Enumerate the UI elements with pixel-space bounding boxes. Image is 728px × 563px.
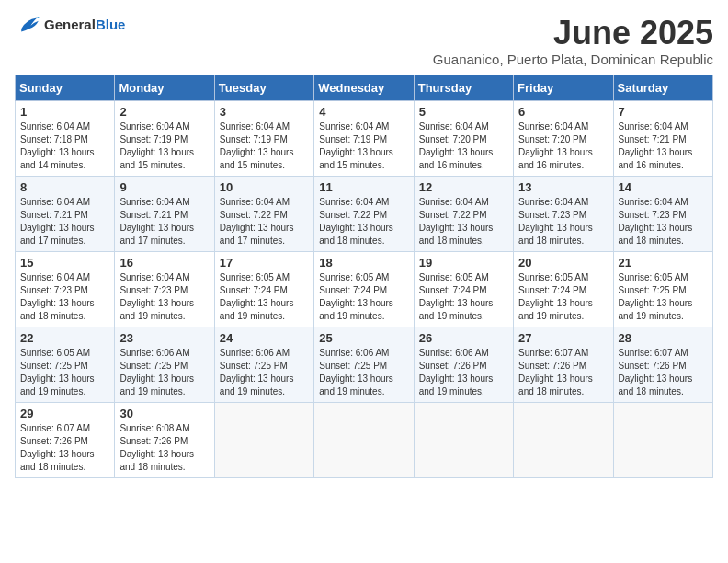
logo: GeneralBlue	[15, 15, 125, 35]
day-info: Sunrise: 6:05 AMSunset: 7:24 PMDaylight:…	[518, 271, 608, 323]
day-number: 23	[119, 331, 209, 345]
day-info: Sunrise: 6:04 AMSunset: 7:20 PMDaylight:…	[419, 121, 508, 172]
day-info: Sunrise: 6:06 AMSunset: 7:25 PMDaylight:…	[119, 347, 209, 398]
day-info: Sunrise: 6:05 AMSunset: 7:24 PMDaylight:…	[220, 271, 309, 323]
calendar-cell: 22Sunrise: 6:05 AMSunset: 7:25 PMDayligh…	[16, 327, 115, 402]
calendar-cell: 5Sunrise: 6:04 AMSunset: 7:20 PMDaylight…	[414, 100, 513, 176]
day-number: 28	[619, 331, 708, 345]
day-info: Sunrise: 6:04 AMSunset: 7:23 PMDaylight:…	[619, 196, 708, 247]
day-number: 12	[419, 180, 508, 194]
day-info: Sunrise: 6:05 AMSunset: 7:25 PMDaylight:…	[619, 271, 708, 323]
day-number: 4	[319, 105, 408, 119]
calendar-cell: 3Sunrise: 6:04 AMSunset: 7:19 PMDaylight…	[214, 100, 313, 176]
day-info: Sunrise: 6:07 AMSunset: 7:26 PMDaylight:…	[619, 347, 708, 398]
day-number: 30	[119, 407, 209, 420]
logo-general: General	[44, 17, 96, 32]
day-info: Sunrise: 6:04 AMSunset: 7:22 PMDaylight:…	[419, 196, 508, 247]
calendar-cell: 12Sunrise: 6:04 AMSunset: 7:22 PMDayligh…	[414, 176, 513, 251]
calendar-cell	[214, 402, 313, 477]
day-info: Sunrise: 6:04 AMSunset: 7:23 PMDaylight:…	[518, 196, 608, 247]
calendar-cell: 29Sunrise: 6:07 AMSunset: 7:26 PMDayligh…	[16, 402, 115, 477]
day-number: 8	[20, 180, 109, 194]
calendar-cell: 9Sunrise: 6:04 AMSunset: 7:21 PMDaylight…	[115, 176, 214, 251]
calendar-week-4: 22Sunrise: 6:05 AMSunset: 7:25 PMDayligh…	[16, 327, 713, 402]
day-number: 22	[20, 331, 109, 345]
calendar-cell: 15Sunrise: 6:04 AMSunset: 7:23 PMDayligh…	[16, 251, 115, 327]
calendar-table: SundayMondayTuesdayWednesdayThursdayFrid…	[15, 75, 713, 478]
day-info: Sunrise: 6:05 AMSunset: 7:24 PMDaylight:…	[319, 271, 408, 323]
calendar-cell: 11Sunrise: 6:04 AMSunset: 7:22 PMDayligh…	[314, 176, 414, 251]
calendar-cell: 14Sunrise: 6:04 AMSunset: 7:23 PMDayligh…	[613, 176, 712, 251]
day-info: Sunrise: 6:06 AMSunset: 7:25 PMDaylight:…	[319, 347, 408, 398]
weekday-header-friday: Friday	[514, 75, 613, 100]
logo-bird-icon	[15, 15, 40, 35]
day-number: 6	[518, 105, 608, 119]
logo-text: GeneralBlue	[44, 17, 125, 33]
day-info: Sunrise: 6:04 AMSunset: 7:19 PMDaylight:…	[119, 121, 209, 172]
day-number: 5	[419, 105, 508, 119]
calendar-cell	[314, 402, 414, 477]
day-info: Sunrise: 6:04 AMSunset: 7:18 PMDaylight:…	[20, 121, 109, 172]
day-info: Sunrise: 6:04 AMSunset: 7:21 PMDaylight:…	[119, 196, 209, 247]
day-number: 26	[419, 331, 508, 345]
calendar-cell: 8Sunrise: 6:04 AMSunset: 7:21 PMDaylight…	[16, 176, 115, 251]
day-info: Sunrise: 6:05 AMSunset: 7:25 PMDaylight:…	[20, 347, 109, 398]
day-number: 10	[220, 180, 309, 194]
day-info: Sunrise: 6:07 AMSunset: 7:26 PMDaylight:…	[20, 422, 109, 474]
calendar-cell	[613, 402, 712, 477]
day-info: Sunrise: 6:04 AMSunset: 7:23 PMDaylight:…	[20, 271, 109, 323]
calendar-cell	[414, 402, 513, 477]
calendar-cell: 20Sunrise: 6:05 AMSunset: 7:24 PMDayligh…	[514, 251, 613, 327]
calendar-cell: 26Sunrise: 6:06 AMSunset: 7:26 PMDayligh…	[414, 327, 513, 402]
day-info: Sunrise: 6:04 AMSunset: 7:23 PMDaylight:…	[119, 271, 209, 323]
weekday-header-wednesday: Wednesday	[314, 75, 414, 100]
day-info: Sunrise: 6:04 AMSunset: 7:20 PMDaylight:…	[518, 121, 608, 172]
title-area: June 2025 Guananico, Puerto Plata, Domin…	[433, 15, 713, 67]
day-info: Sunrise: 6:07 AMSunset: 7:26 PMDaylight:…	[518, 347, 608, 398]
day-number: 24	[220, 331, 309, 345]
day-number: 15	[20, 256, 109, 270]
weekday-header-sunday: Sunday	[16, 75, 115, 100]
location-subtitle: Guananico, Puerto Plata, Dominican Repub…	[433, 52, 713, 67]
day-number: 1	[20, 105, 109, 119]
calendar-cell: 28Sunrise: 6:07 AMSunset: 7:26 PMDayligh…	[613, 327, 712, 402]
day-number: 11	[319, 180, 408, 194]
calendar-cell: 17Sunrise: 6:05 AMSunset: 7:24 PMDayligh…	[214, 251, 313, 327]
calendar-cell: 25Sunrise: 6:06 AMSunset: 7:25 PMDayligh…	[314, 327, 414, 402]
calendar-cell	[514, 402, 613, 477]
day-number: 9	[119, 180, 209, 194]
day-number: 29	[20, 407, 109, 420]
month-title: June 2025	[433, 15, 713, 52]
weekday-header-row: SundayMondayTuesdayWednesdayThursdayFrid…	[16, 75, 713, 100]
calendar-cell: 18Sunrise: 6:05 AMSunset: 7:24 PMDayligh…	[314, 251, 414, 327]
weekday-header-thursday: Thursday	[414, 75, 513, 100]
day-info: Sunrise: 6:04 AMSunset: 7:19 PMDaylight:…	[319, 121, 408, 172]
day-number: 25	[319, 331, 408, 345]
day-number: 3	[220, 105, 309, 119]
calendar-cell: 7Sunrise: 6:04 AMSunset: 7:21 PMDaylight…	[613, 100, 712, 176]
day-number: 17	[220, 256, 309, 270]
weekday-header-monday: Monday	[115, 75, 214, 100]
day-info: Sunrise: 6:04 AMSunset: 7:22 PMDaylight:…	[319, 196, 408, 247]
page-header: GeneralBlue June 2025 Guananico, Puerto …	[15, 15, 713, 67]
day-info: Sunrise: 6:04 AMSunset: 7:21 PMDaylight:…	[20, 196, 109, 247]
calendar-cell: 16Sunrise: 6:04 AMSunset: 7:23 PMDayligh…	[115, 251, 214, 327]
day-info: Sunrise: 6:08 AMSunset: 7:26 PMDaylight:…	[119, 422, 209, 474]
day-number: 21	[619, 256, 708, 270]
calendar-cell: 2Sunrise: 6:04 AMSunset: 7:19 PMDaylight…	[115, 100, 214, 176]
calendar-cell: 6Sunrise: 6:04 AMSunset: 7:20 PMDaylight…	[514, 100, 613, 176]
calendar-cell: 30Sunrise: 6:08 AMSunset: 7:26 PMDayligh…	[115, 402, 214, 477]
calendar-cell: 4Sunrise: 6:04 AMSunset: 7:19 PMDaylight…	[314, 100, 414, 176]
logo-blue: Blue	[96, 17, 126, 32]
day-number: 2	[119, 105, 209, 119]
day-number: 14	[619, 180, 708, 194]
calendar-cell: 13Sunrise: 6:04 AMSunset: 7:23 PMDayligh…	[514, 176, 613, 251]
calendar-cell: 21Sunrise: 6:05 AMSunset: 7:25 PMDayligh…	[613, 251, 712, 327]
day-number: 7	[619, 105, 708, 119]
calendar-cell: 1Sunrise: 6:04 AMSunset: 7:18 PMDaylight…	[16, 100, 115, 176]
calendar-week-1: 1Sunrise: 6:04 AMSunset: 7:18 PMDaylight…	[16, 100, 713, 176]
day-number: 18	[319, 256, 408, 270]
day-info: Sunrise: 6:06 AMSunset: 7:25 PMDaylight:…	[220, 347, 309, 398]
day-number: 27	[518, 331, 608, 345]
calendar-cell: 10Sunrise: 6:04 AMSunset: 7:22 PMDayligh…	[214, 176, 313, 251]
